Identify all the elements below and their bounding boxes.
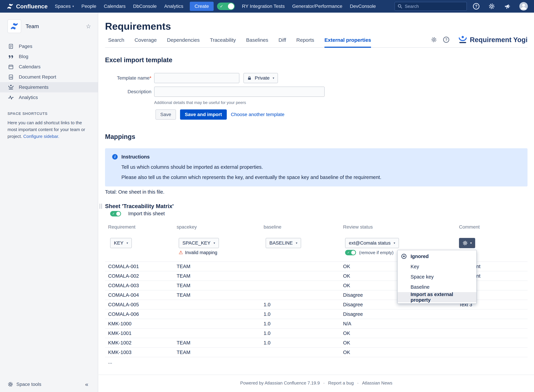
tab-bar-actions: ? Requirement Yogi [431, 35, 528, 47]
save-button[interactable]: Save [155, 109, 176, 120]
page-settings-button[interactable] [431, 37, 437, 43]
baseline-mapping-select[interactable]: BASELINE ▾ [266, 238, 301, 248]
table-row[interactable]: COMALA-006 1.0 Disagree [105, 309, 528, 319]
tab-traceability[interactable]: Traceability [210, 32, 236, 48]
menu-item-import-as-external-property[interactable]: Import as external property [398, 292, 476, 302]
more-rows-ellipsis: ... [105, 357, 528, 366]
nav-dbconsole[interactable]: DbConsole [129, 0, 160, 13]
gear-icon [462, 240, 468, 246]
table-row[interactable]: KMK-1000 1.0 N/A [105, 319, 528, 328]
report-a-bug-link[interactable]: Report a bug [328, 380, 354, 386]
tab-search[interactable]: Search [108, 32, 124, 48]
cell-baseline: 1.0 [261, 302, 340, 308]
menu-item-label: Key [411, 264, 419, 270]
instructions-title: Instructions [121, 154, 381, 160]
atlassian-news-link[interactable]: Atlassian News [362, 380, 392, 386]
import-sheet-toggle[interactable]: ✓ [110, 211, 121, 216]
favourite-star-icon[interactable]: ☆ [86, 23, 91, 30]
sidebar-item-label: Calendars [19, 64, 41, 70]
nav-people-label: People [81, 4, 96, 9]
cell-spacekey: TEAM [173, 292, 261, 298]
menu-item-label: Baseline [411, 284, 430, 290]
choose-another-template-link[interactable]: Choose another template [231, 112, 284, 117]
cell-baseline: 1.0 [261, 340, 340, 346]
tab-diff[interactable]: Diff [278, 32, 286, 48]
table-row[interactable]: KMK-1002 TEAM 1.0 OK [105, 338, 528, 347]
collapse-sidebar-icon[interactable]: « [85, 381, 88, 387]
import-sheet-label: Import this sheet [128, 211, 165, 216]
sidebar-item-label: Pages [19, 44, 32, 49]
menu-item-baseline[interactable]: Baseline [398, 282, 476, 292]
powered-by-text: Powered by Atlassian Confluence 7.19.9 [240, 380, 320, 386]
announcement-button[interactable] [504, 3, 511, 9]
nav-spaces-label: Spaces [55, 4, 70, 9]
requirement-mapping-select[interactable]: KEY ▾ [110, 238, 132, 248]
page-help-button[interactable]: ? [443, 37, 449, 43]
nav-ry-integration-tests[interactable]: RY Integration Tests [238, 0, 289, 13]
sidebar-item-document-report[interactable]: Document Report [0, 72, 98, 82]
column-mapping-dropdown-menu: Ignored Key Space key Baseline Import as… [397, 250, 477, 304]
invalid-mapping-warning: ⚠ Invalid mapping [179, 250, 261, 255]
tab-dependencies[interactable]: Dependencies [167, 32, 200, 48]
page-footer: Powered by Atlassian Confluence 7.19.9 ·… [105, 375, 528, 391]
menu-item-label: Ignored [411, 254, 429, 259]
pages-icon [8, 43, 14, 49]
sidebar-item-pages[interactable]: Pages [0, 41, 98, 51]
nav-calendars[interactable]: Calendars [100, 0, 129, 13]
space-name[interactable]: Team [26, 23, 81, 29]
sidebar-item-analytics[interactable]: Analytics [0, 92, 98, 103]
tab-baselines[interactable]: Baselines [246, 32, 268, 48]
instructions-line-2: Please also tell us the column which rep… [121, 174, 381, 180]
feature-toggle[interactable]: ✓ [217, 3, 235, 10]
table-row[interactable]: KMK-1003 TEAM OK [105, 347, 528, 357]
review-status-mapping-select[interactable]: ext@Comala status ▾ [345, 238, 399, 248]
tab-external-properties[interactable]: External properties [324, 32, 371, 48]
import-sheet-row: ✓ Import this sheet [105, 211, 528, 216]
template-name-input[interactable] [154, 73, 239, 83]
space-logo[interactable] [8, 19, 21, 33]
tab-coverage[interactable]: Coverage [135, 32, 157, 48]
cell-review-status: OK [340, 340, 456, 346]
cell-review-status: OK [340, 331, 456, 336]
help-button[interactable]: ? [473, 3, 479, 9]
nav-people[interactable]: People [78, 0, 100, 13]
column-header-baseline: baseline [261, 224, 340, 230]
menu-item-space-key[interactable]: Space key [398, 272, 476, 282]
question-icon: ? [443, 37, 449, 43]
lock-icon [247, 76, 252, 80]
table-row[interactable]: KMK-1001 1.0 OK [105, 328, 528, 338]
spacekey-mapping-select[interactable]: SPACE_KEY ▾ [179, 238, 219, 248]
cell-review-status: Disagree [340, 311, 456, 317]
sidebar-item-requirements[interactable]: Requirements [0, 82, 98, 92]
cell-requirement: KMK-1002 [105, 340, 173, 346]
confluence-logo-icon [7, 3, 13, 9]
main-content: Requirements Search Coverage Dependencie… [98, 13, 534, 392]
nav-analytics[interactable]: Analytics [160, 0, 187, 13]
global-search[interactable] [394, 2, 467, 11]
sidebar-item-blog[interactable]: Blog [0, 51, 98, 62]
description-help-text: Additional details that may be useful fo… [154, 100, 528, 105]
configure-sidebar-link[interactable]: Configure sidebar. [23, 134, 59, 139]
remove-if-empty-toggle[interactable]: ✓ [345, 250, 356, 255]
comment-column-settings-button[interactable]: ▾ [459, 238, 475, 248]
create-button[interactable]: Create [190, 2, 214, 11]
nav-spaces[interactable]: Spaces ▾ [51, 0, 78, 13]
search-input[interactable] [405, 4, 464, 9]
user-avatar[interactable] [519, 2, 528, 11]
menu-item-key[interactable]: Key [398, 261, 476, 272]
space-tools-label[interactable]: Space tools [16, 382, 41, 387]
nav-generator-performance[interactable]: Generator/Performance [289, 0, 346, 13]
nav-devconsole[interactable]: DevConsole [346, 0, 380, 13]
instructions-panel: i Instructions Tell us which columns sho… [105, 148, 528, 187]
settings-button[interactable] [488, 3, 495, 10]
nav-analytics-label: Analytics [164, 4, 183, 9]
description-input[interactable] [154, 87, 325, 97]
confluence-home-link[interactable]: Confluence [3, 3, 51, 10]
save-and-import-button[interactable]: Save and import [180, 109, 227, 120]
menu-item-ignored[interactable]: Ignored [398, 251, 476, 261]
tab-reports[interactable]: Reports [296, 32, 314, 48]
drag-handle-icon[interactable] [100, 204, 102, 209]
privacy-select[interactable]: Private ▾ [244, 73, 278, 83]
toggle-knob [351, 251, 355, 255]
sidebar-item-calendars[interactable]: Calendars [0, 62, 98, 72]
